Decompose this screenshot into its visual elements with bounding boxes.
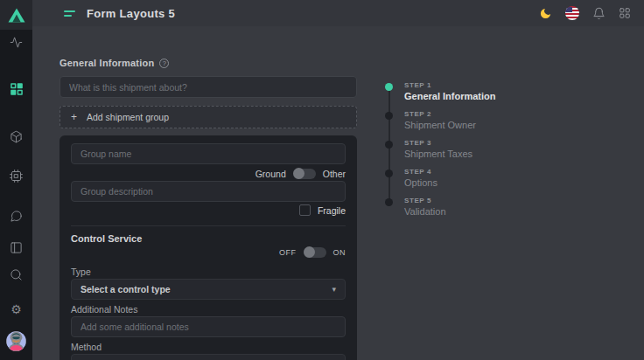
fragile-row: Fragile <box>71 204 346 216</box>
chevron-down-icon: ▾ <box>332 285 336 294</box>
step-title: Shipment Taxes <box>404 149 472 159</box>
sidebar-item-forms[interactable] <box>0 81 32 97</box>
control-service-title: Control Service <box>71 233 346 245</box>
fragile-checkbox[interactable] <box>299 204 311 216</box>
stepper-step-4[interactable]: STEP 4 Options <box>385 168 496 197</box>
ground-label: Ground <box>256 169 286 179</box>
step-label: STEP 4 <box>404 168 438 176</box>
sidebar-user-avatar[interactable] <box>0 330 32 351</box>
notifications-bell-icon[interactable] <box>592 7 606 20</box>
on-label: ON <box>333 248 346 257</box>
stepper-step-2[interactable]: STEP 2 Shipment Owner <box>385 110 496 139</box>
off-on-toggle-row: OFF ON <box>71 246 346 258</box>
control-type-select[interactable]: Select a control type ▾ <box>71 279 346 300</box>
storage-method-select[interactable]: Select a storage ▾ <box>71 354 346 360</box>
sidebar-item-chat[interactable] <box>0 208 32 224</box>
chat-bubble-icon <box>10 210 23 223</box>
step-title: Shipment Owner <box>404 120 476 130</box>
step-label: STEP 1 <box>404 81 496 89</box>
off-label: OFF <box>279 248 297 257</box>
stepper-step-1[interactable]: STEP 1 General Information <box>385 81 496 110</box>
form-stepper: STEP 1 General Information STEP 2 Shipme… <box>385 81 496 225</box>
card-divider <box>71 225 346 226</box>
main-content: General Information ? + Add shipment gro… <box>32 26 644 360</box>
step-label: STEP 2 <box>404 110 476 118</box>
sidebar-item-settings[interactable]: ⚙ <box>0 301 32 317</box>
step-label: STEP 3 <box>404 139 472 147</box>
sidebar: ⚙ <box>0 0 32 360</box>
theme-moon-icon[interactable] <box>539 7 552 20</box>
sidebar-panel-icon <box>10 241 23 254</box>
stepper-step-3[interactable]: STEP 3 Shipment Taxes <box>385 139 496 168</box>
step-label: STEP 5 <box>404 197 446 204</box>
add-shipment-group-button[interactable]: + Add shipment group <box>60 106 357 128</box>
add-shipment-group-label: Add shipment group <box>87 112 169 122</box>
control-type-value: Select a control type <box>80 284 171 294</box>
method-label: Method <box>71 342 346 352</box>
page-title: Form Layouts 5 <box>87 7 175 20</box>
app-logo[interactable] <box>0 0 32 30</box>
language-flag-icon[interactable] <box>565 6 579 20</box>
fragile-label: Fragile <box>318 205 346 216</box>
shipment-form: General Information ? + Add shipment gro… <box>60 58 357 360</box>
sidebar-item-packages[interactable] <box>0 128 32 144</box>
ground-other-switch[interactable] <box>293 169 316 179</box>
group-description-input[interactable] <box>71 181 346 202</box>
sidebar-item-search[interactable] <box>0 267 32 282</box>
search-icon <box>10 268 23 281</box>
step-dot <box>385 141 393 149</box>
step-dot <box>385 112 393 120</box>
top-bar: Form Layouts 5 <box>32 0 644 26</box>
notes-label: Additional Notes <box>71 304 346 315</box>
step-title: General Information <box>404 91 496 101</box>
group-name-input[interactable] <box>71 143 346 164</box>
menu-toggle-icon[interactable] <box>64 10 75 17</box>
sidebar-item-panel-toggle[interactable] <box>0 239 32 255</box>
section-title: General Information <box>60 58 154 68</box>
additional-notes-input[interactable] <box>71 316 346 337</box>
avatar <box>6 331 26 351</box>
shipment-group-card: Ground Other Fragile Control Service OFF… <box>60 135 357 360</box>
other-label: Other <box>323 169 346 179</box>
gear-icon: ⚙ <box>10 303 22 315</box>
dashboard-grid-icon <box>10 83 23 95</box>
sidebar-item-activity[interactable] <box>0 34 32 50</box>
step-title: Validation <box>404 206 446 217</box>
package-icon <box>10 130 23 143</box>
sidebar-item-components[interactable] <box>0 168 32 183</box>
step-title: Options <box>404 177 438 188</box>
cpu-icon <box>10 170 23 183</box>
shipment-about-input[interactable] <box>60 76 357 98</box>
step-dot <box>385 198 393 206</box>
step-dot <box>385 83 393 91</box>
ground-other-toggle-row: Ground Other <box>71 168 346 179</box>
plus-icon: + <box>71 111 77 123</box>
off-on-switch[interactable] <box>304 247 326 258</box>
step-dot <box>385 170 393 177</box>
logo-triangle-icon <box>8 8 25 23</box>
apps-grid-icon[interactable] <box>619 7 631 19</box>
type-label: Type <box>71 267 346 277</box>
stepper-step-5[interactable]: STEP 5 Validation <box>385 197 496 225</box>
activity-icon <box>10 36 23 49</box>
help-icon[interactable]: ? <box>159 59 169 68</box>
